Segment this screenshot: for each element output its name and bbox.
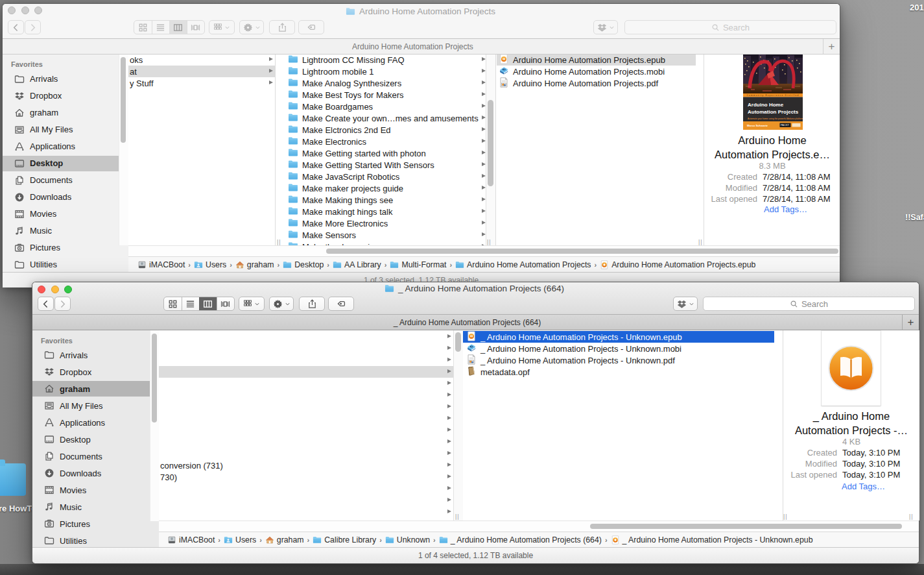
svg-text:Arduino Home: Arduino Home <box>748 102 784 108</box>
svg-text:Marco Schwartz: Marco Schwartz <box>747 124 768 127</box>
svg-text:Community Experience Distilled: Community Experience Distilled <box>747 94 800 97</box>
svg-text:PACKT: PACKT <box>781 123 790 127</box>
svg-text:Automation Projects: Automation Projects <box>748 109 799 115</box>
svg-text:Automate your home using the p: Automate your home using the powerful Ar… <box>748 117 803 120</box>
